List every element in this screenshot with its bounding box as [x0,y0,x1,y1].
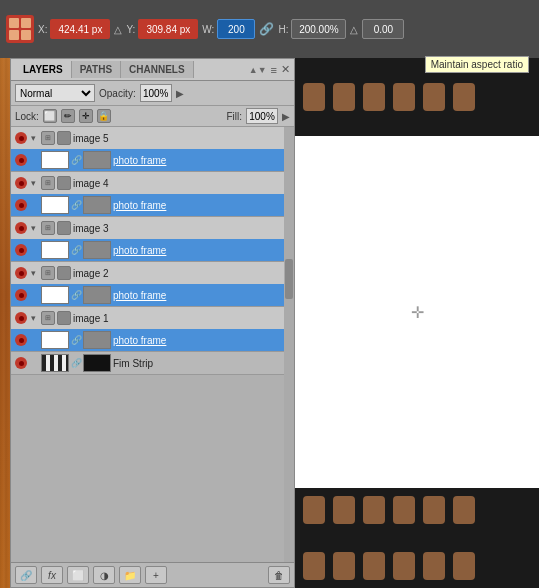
layer-name-photo5[interactable]: photo frame [113,155,292,166]
layer-row-filmstrip[interactable]: 🔗 Fim Strip fx [11,352,294,374]
thumb-gray-photo5 [83,151,111,169]
panel-collapse-icon[interactable]: ▲▼ [249,65,267,75]
fx-button[interactable]: fx [41,566,63,584]
link-aspect-icon[interactable]: 🔗 [259,22,274,36]
layer-row-image1[interactable]: ▾ ⊞ image 1 [11,307,294,329]
move-tool-icon[interactable] [6,15,34,43]
fill-label: Fill: [226,111,242,122]
lock-label: Lock: [15,111,39,122]
eye-icon-photo4[interactable] [13,197,29,213]
layer-row-photo-frame-2[interactable]: 🔗 photo frame [11,284,294,306]
x-field-group: X: [38,19,110,39]
lock-move-icon[interactable]: ✏ [61,109,75,123]
opacity-input[interactable] [140,84,172,102]
eye-icon-image1[interactable] [13,310,29,326]
layer-row-photo-frame-4[interactable]: 🔗 photo frame [11,194,294,216]
lock-position-icon[interactable]: ✛ [79,109,93,123]
layer-row-image5[interactable]: ▾ ⊞ image 5 [11,127,294,149]
eye-icon-image5[interactable] [13,130,29,146]
new-layer-button[interactable]: + [145,566,167,584]
link-layers-button[interactable]: 🔗 [15,566,37,584]
opacity-arrow[interactable]: ▶ [176,88,184,99]
film-holes-bottom-row [303,552,531,580]
eye-icon-photo3[interactable] [13,242,29,258]
new-group-button[interactable]: 📁 [119,566,141,584]
film-hole [393,83,415,111]
film-hole [423,83,445,111]
eye-icon-filmstrip[interactable] [13,355,29,371]
expand-arrow-image1[interactable]: ▾ [31,313,39,323]
layers-panel: LAYERS PATHS CHANNELS ▲▼ ≡ ✕ Normal Opac… [10,58,295,588]
layer-name-image4: image 4 [73,178,292,189]
film-strip-bottom [295,488,539,588]
scroll-track[interactable] [284,127,294,562]
delete-layer-button[interactable]: 🗑 [268,566,290,584]
tab-paths[interactable]: PATHS [72,61,121,78]
scroll-thumb[interactable] [285,259,293,299]
eye-icon-image4[interactable] [13,175,29,191]
chain-photo5[interactable]: 🔗 [71,151,81,169]
blend-mode-select[interactable]: Normal [15,84,95,102]
add-mask-button[interactable]: ⬜ [67,566,89,584]
thumb-white-photo2 [41,286,69,304]
thumb-white-photo4 [41,196,69,214]
chain-photo2[interactable]: 🔗 [71,286,81,304]
layer-thumb-image1: ⊞ [41,311,55,325]
tab-channels[interactable]: CHANNELS [121,61,194,78]
panel-close-icon[interactable]: ✕ [281,63,290,76]
opacity-label: Opacity: [99,88,136,99]
expand-arrow-image4[interactable]: ▾ [31,178,39,188]
chain-filmstrip[interactable]: 🔗 [71,354,81,372]
fill-arrow[interactable]: ▶ [282,111,290,122]
h-input[interactable] [291,19,346,39]
thumb-strip-filmstrip [41,354,69,372]
angle-input[interactable] [362,19,404,39]
layer-name-photo3[interactable]: photo frame [113,245,292,256]
x-input[interactable] [50,19,110,39]
expand-arrow-image5[interactable]: ▾ [31,133,39,143]
layer-row-photo-frame-1[interactable]: 🔗 photo frame [11,329,294,351]
chain-photo3[interactable]: 🔗 [71,241,81,259]
layer-name-photo2[interactable]: photo frame [113,290,292,301]
lock-all-icon[interactable]: 🔒 [97,109,111,123]
new-adjustment-button[interactable]: ◑ [93,566,115,584]
expand-arrow-image2[interactable]: ▾ [31,268,39,278]
layer-row-image4[interactable]: ▾ ⊞ image 4 [11,172,294,194]
y-input[interactable] [138,19,198,39]
w-input[interactable] [217,19,255,39]
toolbar: X: △ Y: W: 🔗 H: △ [0,0,539,58]
h-field-group: H: [278,19,346,39]
panel-menu-icon[interactable]: ≡ [271,64,277,76]
blend-opacity-row: Normal Opacity: ▶ [11,81,294,106]
eye-icon-photo1[interactable] [13,332,29,348]
layer-thumb-image3: ⊞ [41,221,55,235]
eye-icon-image3[interactable] [13,220,29,236]
panel-bottom: 🔗 fx ⬜ ◑ 📁 + 🗑 [11,562,294,587]
x-label: X: [38,24,47,35]
canvas-area: ✛ [295,136,539,488]
chain-photo1[interactable]: 🔗 [71,331,81,349]
layer-row-image3[interactable]: ▾ ⊞ image 3 [11,217,294,239]
chain-photo4[interactable]: 🔗 [71,196,81,214]
layer-name-photo1[interactable]: photo frame [113,335,292,346]
layer-row-image2[interactable]: ▾ ⊞ image 2 [11,262,294,284]
lock-row: Lock: ⬜ ✏ ✛ 🔒 Fill: ▶ [11,106,294,127]
film-hole [453,496,475,524]
thumb-white-photo5 [41,151,69,169]
film-hole [363,552,385,580]
expand-arrow-image3[interactable]: ▾ [31,223,39,233]
w-field-group: W: [202,19,255,39]
eye-icon-photo5[interactable] [13,152,29,168]
layers-list[interactable]: ▾ ⊞ image 5 🔗 photo frame [11,127,294,562]
layer-row-photo-frame-3[interactable]: 🔗 photo frame [11,239,294,261]
tab-layers[interactable]: LAYERS [15,61,72,78]
fill-input[interactable] [246,108,278,124]
eye-icon-image2[interactable] [13,265,29,281]
lock-transparent-icon[interactable]: ⬜ [43,109,57,123]
eye-icon-photo2[interactable] [13,287,29,303]
film-hole [393,552,415,580]
layer-row-photo-frame-5[interactable]: 🔗 photo frame [11,149,294,171]
film-hole [303,496,325,524]
y-field-group: Y: [126,19,198,39]
layer-name-photo4[interactable]: photo frame [113,200,292,211]
